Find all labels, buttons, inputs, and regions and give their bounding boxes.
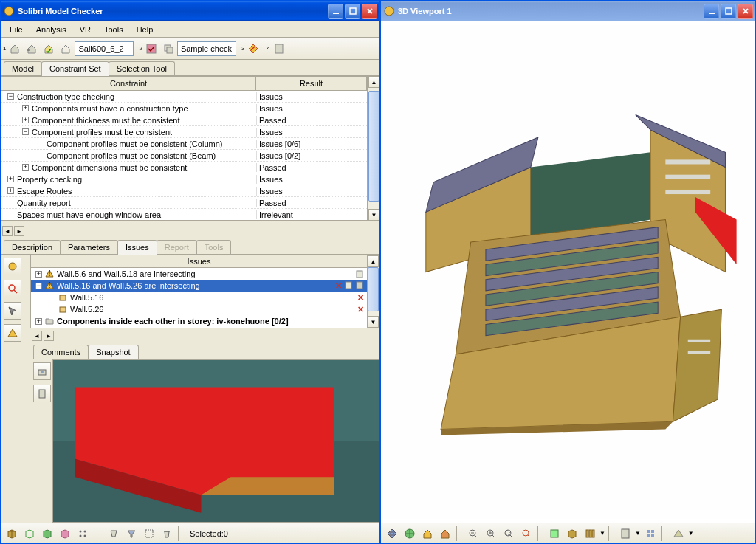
snapshot-view[interactable] <box>52 359 379 523</box>
run-check-button[interactable] <box>245 41 261 57</box>
tab-issues[interactable]: Issues <box>117 240 157 255</box>
home-check-button[interactable] <box>41 41 57 57</box>
tab-tools[interactable]: Tools <box>196 240 232 254</box>
globe-icon[interactable] <box>402 526 418 542</box>
issue-row[interactable]: −!Wall.5.16 and Wall.5.26 are intersecti… <box>31 280 367 292</box>
doc-icon[interactable] <box>356 270 364 278</box>
zoom-icon[interactable] <box>4 280 21 297</box>
expander-icon[interactable]: − <box>22 128 29 135</box>
menu-vr[interactable]: VR <box>74 24 97 35</box>
arrow-icon[interactable] <box>4 302 21 320</box>
check-button[interactable] <box>143 41 159 57</box>
home-left-button[interactable] <box>24 41 40 57</box>
issue-row[interactable]: +!Wall.5.6 and Wall.5.18 are intersectin… <box>31 268 367 280</box>
dots-icon[interactable] <box>75 526 91 542</box>
zoom-sel-icon[interactable] <box>518 526 535 542</box>
maximize-button[interactable] <box>721 4 736 19</box>
menu-help[interactable]: Help <box>131 24 159 35</box>
home-button[interactable] <box>7 41 23 57</box>
doc-icon[interactable] <box>345 281 353 291</box>
grid-icon[interactable] <box>642 526 659 542</box>
scroll-up-button[interactable]: ▲ <box>368 76 379 88</box>
scroll-down-button[interactable]: ▼ <box>368 209 379 221</box>
reject-icon[interactable]: ✕ <box>357 293 364 303</box>
issue-row[interactable]: Wall.5.16✕ <box>31 292 367 303</box>
3d-viewport[interactable] <box>381 21 755 523</box>
constraint-row[interactable]: Component profiles must be consistent (B… <box>1 150 367 162</box>
trap-icon[interactable] <box>106 526 122 542</box>
reject-icon[interactable]: ✕ <box>335 281 342 291</box>
filter2-icon[interactable] <box>123 526 140 542</box>
viewport-titlebar[interactable]: 3D Viewport 1 <box>381 1 755 21</box>
alert-icon[interactable] <box>4 324 21 342</box>
camera-icon[interactable] <box>33 362 51 380</box>
reject-icon[interactable]: ✕ <box>357 305 364 314</box>
clipboard-icon[interactable] <box>33 385 51 402</box>
constraint-row[interactable]: Spaces must have enough window areaIrrel… <box>1 209 367 220</box>
maximize-button[interactable] <box>345 4 360 19</box>
trash-icon[interactable] <box>159 526 175 542</box>
report-button[interactable] <box>271 41 287 57</box>
tab-prev-button[interactable]: ◄ <box>2 226 13 236</box>
constraint-row[interactable]: +Component dimensions must be consistent… <box>1 162 367 173</box>
tab-description[interactable]: Description <box>4 240 61 254</box>
constraint-row[interactable]: +Escape RoutesIssues <box>1 185 367 197</box>
titlebar[interactable]: Solibri Model Checker <box>1 1 379 21</box>
expander-icon[interactable]: + <box>7 187 14 194</box>
doc2-icon[interactable] <box>356 281 364 291</box>
filter-icon[interactable] <box>4 258 21 275</box>
zoom-out-icon[interactable] <box>465 526 481 542</box>
issues-scrollbar[interactable]: ▲ ▼ <box>367 255 379 328</box>
scroll-down-button[interactable]: ▼ <box>368 316 379 328</box>
minimize-button[interactable] <box>704 4 719 19</box>
doc-icon[interactable] <box>617 526 633 542</box>
issue-row[interactable]: +Components inside each other in storey:… <box>31 315 367 327</box>
close-button[interactable] <box>362 4 377 19</box>
cube-green-icon[interactable] <box>39 526 55 542</box>
persp-icon[interactable] <box>564 526 580 542</box>
tab-model[interactable]: Model <box>4 61 42 75</box>
check-name-input[interactable] <box>177 41 236 56</box>
select-green-icon[interactable] <box>546 526 563 542</box>
tab-comments[interactable]: Comments <box>33 345 89 359</box>
issue-row[interactable]: Wall.5.26✕ <box>31 303 367 315</box>
expander-icon[interactable]: + <box>22 164 29 171</box>
tab-selection-tool[interactable]: Selection Tool <box>109 61 175 75</box>
expander-icon[interactable]: − <box>35 283 42 289</box>
zoom-fit-icon[interactable] <box>501 526 517 542</box>
tab-report[interactable]: Report <box>157 240 197 254</box>
home-clear-button[interactable] <box>58 41 74 57</box>
zoom-in-icon[interactable] <box>483 526 499 542</box>
layers-icon[interactable] <box>582 526 598 542</box>
snap-prev-button[interactable]: ◄ <box>32 331 42 341</box>
snap-next-button[interactable]: ► <box>44 331 54 341</box>
expander-icon[interactable]: + <box>22 105 29 111</box>
tab-constraint-set[interactable]: Constraint Set <box>41 61 109 76</box>
home3d-icon[interactable] <box>419 526 436 542</box>
expander-icon[interactable]: + <box>22 117 29 123</box>
cube-icon[interactable] <box>4 526 20 542</box>
scroll-up-button[interactable]: ▲ <box>368 255 379 267</box>
expander-icon[interactable]: + <box>7 176 14 182</box>
menu-tools[interactable]: Tools <box>98 24 129 35</box>
close-button[interactable] <box>738 4 753 19</box>
constraint-scrollbar[interactable]: ▲ ▼ <box>368 76 379 221</box>
copy-button[interactable] <box>160 41 176 57</box>
expander-icon[interactable]: + <box>35 318 42 325</box>
model-name-input[interactable] <box>75 41 134 56</box>
constraint-row[interactable]: Component profiles must be consistent (C… <box>1 138 367 150</box>
expander-icon[interactable]: − <box>7 93 14 100</box>
col-constraint[interactable]: Constraint <box>1 77 256 90</box>
constraint-row[interactable]: −Construction type checkingIssues <box>1 91 367 103</box>
constraint-row[interactable]: −Component profiles must be consistentIs… <box>1 126 367 138</box>
info-icon[interactable] <box>670 526 687 542</box>
home3d-small-icon[interactable] <box>437 526 453 542</box>
col-result[interactable]: Result <box>256 77 367 90</box>
constraint-row[interactable]: +Component thickness must be consistentP… <box>1 114 367 126</box>
expander-icon[interactable]: + <box>35 271 42 278</box>
tab-snapshot[interactable]: Snapshot <box>88 345 138 359</box>
select-icon[interactable] <box>141 526 157 542</box>
minimize-button[interactable] <box>328 4 343 19</box>
menu-file[interactable]: File <box>4 24 29 35</box>
nav-icon[interactable] <box>384 526 400 542</box>
